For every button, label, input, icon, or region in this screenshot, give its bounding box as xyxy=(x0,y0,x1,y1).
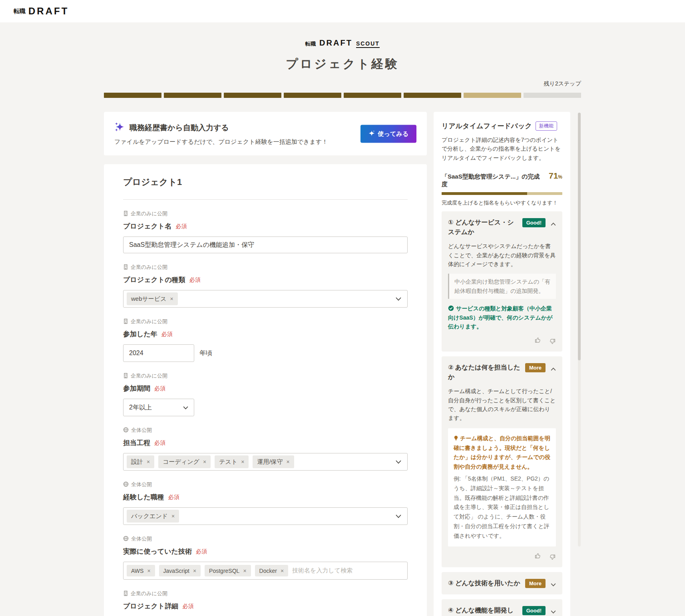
chevron-down-icon[interactable] xyxy=(551,581,556,588)
visibility-text: 全体公開 xyxy=(131,535,152,542)
project-form-card: プロジェクト1 企業のみに公開 プロジェクト名 必須 SaaS型勤怠管理システム… xyxy=(104,164,427,616)
roles-label: 経験した職種 xyxy=(123,493,164,502)
project-name-input[interactable]: SaaS型勤怠管理システムの機能追加・保守 xyxy=(123,236,408,253)
visibility-company-label: 企業のみに公開 xyxy=(123,210,408,217)
section-title: ② あなたは何を担当したか xyxy=(448,363,522,382)
remove-tag-icon[interactable]: × xyxy=(281,568,284,574)
section-header[interactable]: ③ どんな技術を用いたか More xyxy=(448,578,556,588)
thumbs-up-icon[interactable] xyxy=(534,552,542,561)
section-quote: 中小企業向け勤怠管理システムの「有給休暇自動付与機能」の追加開発。 xyxy=(448,274,556,299)
sparkle-icon xyxy=(368,130,375,137)
tag-label: webサービス xyxy=(131,295,167,303)
section-header[interactable]: ④ どんな機能を開発したか Good! xyxy=(448,606,556,616)
progress-segment xyxy=(284,93,341,98)
building-icon xyxy=(123,318,128,325)
tag-chip: PostgreSQL× xyxy=(205,565,251,576)
site-logo[interactable]: 転職 DRAFT xyxy=(14,6,69,17)
join-year-suffix: 年頃 xyxy=(199,349,212,358)
remove-tag-icon[interactable]: × xyxy=(243,568,246,574)
feedback-vote-row xyxy=(448,552,556,561)
remove-tag-icon[interactable]: × xyxy=(203,459,206,465)
sidebar-scrollbar[interactable] xyxy=(578,113,581,546)
feedback-section-service: ① どんなサービス・システムか Good! どんなサービスやシステムだったかを書… xyxy=(442,211,562,352)
chevron-down-icon[interactable] xyxy=(396,295,401,302)
progress-segment xyxy=(404,93,461,98)
visibility-company-label: 企業のみに公開 xyxy=(123,590,408,597)
join-year-input[interactable]: 2024 xyxy=(123,344,194,362)
processes-select[interactable]: 設計× コーディング× テスト× 運用/保守× xyxy=(123,453,408,471)
try-autofill-button[interactable]: 使ってみる xyxy=(360,125,416,143)
join-period-label: 参加期間 xyxy=(123,384,150,393)
field-processes: 全体公開 担当工程 必須 設計× コーディング× テスト× 運用/保守× xyxy=(123,427,408,471)
tag-chip: バックエンド× xyxy=(127,510,179,523)
chevron-up-icon[interactable] xyxy=(551,220,556,227)
tag-chip: コーディング× xyxy=(158,455,211,468)
chevron-down-icon[interactable] xyxy=(396,458,401,465)
join-year-label: 参加した年 xyxy=(123,330,157,339)
remove-tag-icon[interactable]: × xyxy=(193,568,196,574)
remove-tag-icon[interactable]: × xyxy=(147,568,150,574)
remove-tag-icon[interactable]: × xyxy=(171,513,175,519)
scout-logo-main: DRAFT xyxy=(319,38,352,48)
feedback-sidebar: リアルタイムフィードバック 新機能 プロジェクト詳細の記述内容を7つのポイントで… xyxy=(434,112,581,616)
building-icon xyxy=(123,211,128,217)
field-project-detail: 企業のみに公開 プロジェクト詳細 必須 あなたの実力を伝えるために、プロジェクト… xyxy=(123,590,408,616)
technologies-label: 実際に使っていた技術 xyxy=(123,547,192,556)
remove-tag-icon[interactable]: × xyxy=(147,459,150,465)
progress-segment xyxy=(224,93,281,98)
section-body: どんなサービスやシステムだったかを書くことで、企業があなたの経験の背景を具体的に… xyxy=(448,242,556,268)
site-logo-main: DRAFT xyxy=(28,6,69,17)
section-header[interactable]: ② あなたは何を担当したか More xyxy=(448,363,556,382)
progress-segment xyxy=(524,93,581,98)
visibility-company-label: 企業のみに公開 xyxy=(123,372,408,380)
autofill-card: 職務経歴書から自動入力する ファイルをアップロードするだけで、プロジェクト経験を… xyxy=(104,112,427,155)
remove-tag-icon[interactable]: × xyxy=(241,459,244,465)
required-badge: 必須 xyxy=(182,603,193,610)
tag-label: 設計 xyxy=(131,458,143,466)
project-detail-label: プロジェクト詳細 xyxy=(123,602,178,611)
required-badge: 必須 xyxy=(154,385,165,392)
progress-segment xyxy=(104,93,161,98)
chevron-up-icon[interactable] xyxy=(551,365,556,372)
project-section-title: プロジェクト1 xyxy=(123,176,408,188)
status-badge: Good! xyxy=(522,218,546,227)
section-body: チーム構成と、チームとして行ったこと/自分自身が行ったことを区別して書くことで、… xyxy=(448,387,556,423)
tag-label: Docker xyxy=(259,568,277,574)
visibility-public-label: 全体公開 xyxy=(123,481,408,488)
tag-chip: テスト× xyxy=(215,455,249,468)
visibility-company-label: 企業のみに公開 xyxy=(123,264,408,271)
required-badge: 必須 xyxy=(175,223,187,230)
thumbs-down-icon[interactable] xyxy=(549,336,556,345)
chevron-down-icon[interactable] xyxy=(551,608,556,615)
thumbs-down-icon[interactable] xyxy=(549,552,556,561)
visibility-public-label: 全体公開 xyxy=(123,535,408,542)
feedback-vote-row xyxy=(448,336,556,345)
completion-fill xyxy=(442,192,527,195)
join-period-select[interactable]: 2年以上 xyxy=(123,399,194,416)
sidebar-scrollbar-thumb[interactable] xyxy=(578,113,581,360)
building-icon xyxy=(123,590,128,597)
visibility-text: 全体公開 xyxy=(131,481,152,488)
processes-label: 担当工程 xyxy=(123,438,150,447)
chevron-down-icon[interactable] xyxy=(396,513,401,520)
try-autofill-button-label: 使ってみる xyxy=(378,130,408,137)
new-feature-badge: 新機能 xyxy=(536,121,557,131)
tag-chip: webサービス × xyxy=(127,292,178,305)
roles-select[interactable]: バックエンド× xyxy=(123,507,408,525)
visibility-text: 企業のみに公開 xyxy=(131,318,167,325)
join-year-value: 2024 xyxy=(129,350,143,357)
project-type-select[interactable]: webサービス × xyxy=(123,290,408,308)
status-badge: More xyxy=(525,579,546,588)
required-badge: 必須 xyxy=(161,331,173,338)
tag-chip: AWS× xyxy=(127,565,155,576)
section-header[interactable]: ① どんなサービス・システムか Good! xyxy=(448,218,556,237)
technologies-input[interactable]: AWS× JavaScript× PostgreSQL× Docker× 技術名… xyxy=(123,562,408,580)
project-name-label: プロジェクト名 xyxy=(123,222,171,231)
tag-chip: Docker× xyxy=(255,565,289,576)
field-roles: 全体公開 経験した職種 必須 バックエンド× xyxy=(123,481,408,525)
topbar: 転職 DRAFT xyxy=(0,0,685,22)
remove-tag-icon[interactable]: × xyxy=(170,296,173,302)
remove-tag-icon[interactable]: × xyxy=(287,459,290,465)
thumbs-up-icon[interactable] xyxy=(534,336,542,345)
tag-label: コーディング xyxy=(163,458,199,466)
